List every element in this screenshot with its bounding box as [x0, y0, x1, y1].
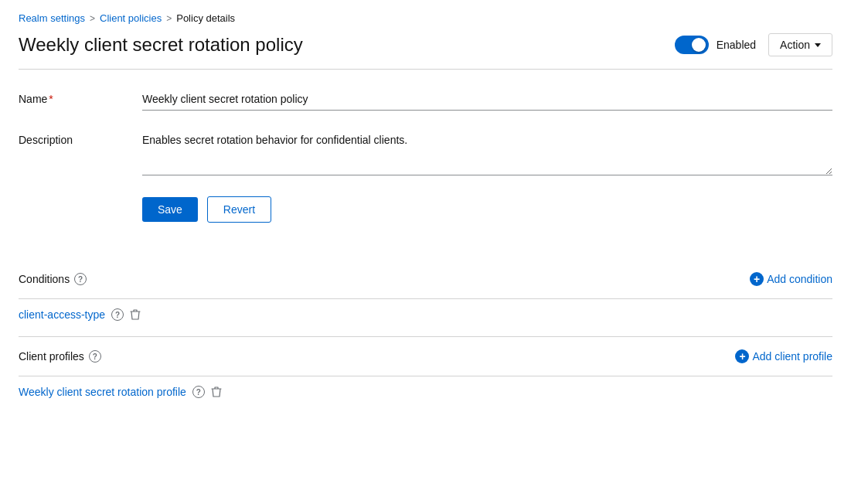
condition-help-icon-0[interactable]: ? — [111, 308, 124, 321]
add-condition-link[interactable]: + Add condition — [750, 272, 832, 286]
conditions-title-group: Conditions ? — [19, 273, 87, 285]
conditions-list: client-access-type ? — [19, 298, 832, 330]
page-header: Weekly client secret rotation policy Ena… — [19, 33, 832, 56]
description-input[interactable]: Enables secret rotation behavior for con… — [142, 129, 832, 175]
enabled-toggle[interactable] — [675, 36, 709, 54]
conditions-title: Conditions — [19, 273, 70, 285]
conditions-section-header: Conditions ? + Add condition — [19, 260, 832, 298]
name-row: Name* — [19, 88, 832, 111]
client-profiles-section-header: Client profiles ? + Add client profile — [19, 337, 832, 376]
header-divider — [19, 69, 832, 70]
condition-delete-icon-0[interactable] — [130, 308, 141, 321]
breadcrumb-client-policies[interactable]: Client policies — [100, 12, 162, 24]
form-section: Name* Description Enables secret rotatio… — [19, 88, 832, 260]
add-client-profile-icon: + — [735, 349, 749, 363]
client-profiles-title-group: Client profiles ? — [19, 350, 101, 363]
client-profile-item-0: Weekly client secret rotation profile ? — [19, 376, 832, 407]
description-row: Description Enables secret rotation beha… — [19, 129, 832, 178]
description-field: Enables secret rotation behavior for con… — [142, 129, 832, 178]
client-profiles-title: Client profiles — [19, 350, 84, 363]
client-profile-help-icon-0[interactable]: ? — [192, 386, 205, 398]
add-condition-icon: + — [750, 272, 764, 286]
breadcrumb-sep-1: > — [90, 13, 95, 24]
action-button[interactable]: Action — [768, 33, 832, 56]
client-profile-delete-icon-0[interactable] — [211, 386, 222, 398]
chevron-down-icon — [815, 43, 821, 47]
name-label: Name* — [19, 88, 142, 105]
add-client-profile-link[interactable]: + Add client profile — [735, 349, 832, 363]
client-profiles-help-icon[interactable]: ? — [89, 350, 101, 363]
add-client-profile-label: Add client profile — [752, 350, 832, 363]
breadcrumb-realm-settings[interactable]: Realm settings — [19, 12, 85, 24]
header-actions: Enabled Action — [675, 33, 832, 56]
conditions-help-icon[interactable]: ? — [74, 273, 87, 285]
action-button-label: Action — [780, 39, 810, 51]
condition-item-0: client-access-type ? — [19, 298, 832, 330]
breadcrumb: Realm settings > Client policies > Polic… — [19, 12, 832, 24]
breadcrumb-sep-2: > — [166, 13, 172, 24]
breadcrumb-policy-details: Policy details — [176, 12, 235, 24]
enabled-label: Enabled — [717, 39, 756, 51]
name-input[interactable] — [142, 88, 832, 111]
toggle-thumb — [692, 38, 706, 52]
enabled-toggle-container: Enabled — [675, 36, 756, 54]
add-condition-label: Add condition — [767, 273, 832, 285]
client-profile-link-0[interactable]: Weekly client secret rotation profile — [19, 386, 186, 398]
condition-link-0[interactable]: client-access-type — [19, 308, 105, 321]
revert-button[interactable]: Revert — [207, 196, 271, 223]
client-profiles-list: Weekly client secret rotation profile ? — [19, 376, 832, 407]
page-title: Weekly client secret rotation policy — [19, 34, 303, 56]
description-label: Description — [19, 129, 142, 146]
name-field — [142, 88, 832, 111]
required-asterisk: * — [49, 93, 53, 105]
save-button[interactable]: Save — [142, 197, 198, 222]
form-buttons-row: Save Revert — [19, 196, 832, 223]
form-buttons: Save Revert — [142, 196, 271, 223]
